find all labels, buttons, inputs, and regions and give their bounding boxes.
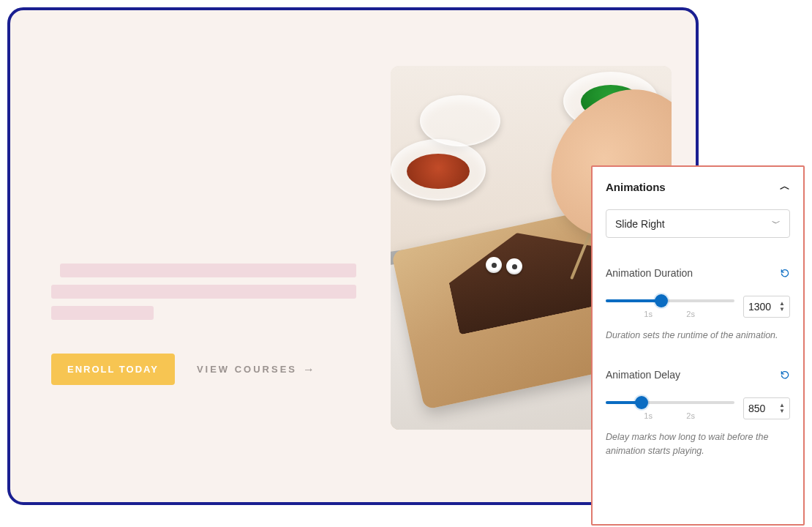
slider-tick: 2s bbox=[686, 310, 695, 318]
placeholder-line bbox=[51, 306, 154, 320]
animations-panel: Animations ︿ Slide Right ﹀ Animation Dur… bbox=[591, 165, 805, 526]
reset-duration-button[interactable] bbox=[780, 268, 790, 278]
slider-tick: 1s bbox=[644, 310, 653, 318]
animation-type-select[interactable]: Slide Right ﹀ bbox=[606, 209, 790, 238]
reset-delay-button[interactable] bbox=[780, 370, 790, 380]
chevron-down-icon: ﹀ bbox=[772, 217, 781, 230]
number-stepper-icon[interactable]: ▲▼ bbox=[779, 301, 785, 313]
delay-help-text: Delay marks how long to wait before the … bbox=[606, 430, 790, 458]
duration-slider[interactable]: 1s 2s bbox=[606, 294, 734, 320]
animation-delay-label: Animation Delay bbox=[606, 369, 680, 381]
placeholder-line bbox=[60, 264, 356, 277]
slider-thumb[interactable] bbox=[655, 294, 668, 307]
collapse-icon[interactable]: ︿ bbox=[780, 180, 790, 193]
arrow-right-icon: → bbox=[303, 363, 317, 376]
delay-slider[interactable]: 1s 2s bbox=[606, 395, 734, 422]
duration-help-text: Duration sets the runtime of the animati… bbox=[606, 329, 790, 343]
animations-panel-title: Animations bbox=[606, 181, 666, 193]
view-courses-label: VIEW COURSES bbox=[197, 364, 297, 375]
duration-input[interactable]: 1300 ▲▼ bbox=[743, 296, 790, 318]
animation-duration-block: Animation Duration 1s 2s 1300 ▲▼ bbox=[606, 267, 790, 343]
animation-delay-block: Animation Delay 1s 2s 850 ▲▼ bbox=[606, 369, 790, 458]
slider-tick: 1s bbox=[644, 411, 653, 420]
animations-panel-header[interactable]: Animations ︿ bbox=[606, 180, 790, 193]
delay-input[interactable]: 850 ▲▼ bbox=[743, 397, 790, 419]
animation-duration-label: Animation Duration bbox=[606, 267, 693, 279]
view-courses-link[interactable]: VIEW COURSES → bbox=[197, 363, 317, 376]
reset-icon bbox=[780, 370, 790, 380]
placeholder-line bbox=[51, 285, 356, 299]
animation-type-value: Slide Right bbox=[615, 218, 665, 230]
duration-value: 1300 bbox=[748, 301, 771, 313]
number-stepper-icon[interactable]: ▲▼ bbox=[779, 403, 785, 414]
delay-value: 850 bbox=[748, 403, 765, 414]
reset-icon bbox=[780, 268, 790, 278]
enroll-button[interactable]: ENROLL TODAY bbox=[51, 354, 175, 385]
slider-thumb[interactable] bbox=[635, 396, 648, 409]
slider-tick: 2s bbox=[686, 411, 695, 420]
